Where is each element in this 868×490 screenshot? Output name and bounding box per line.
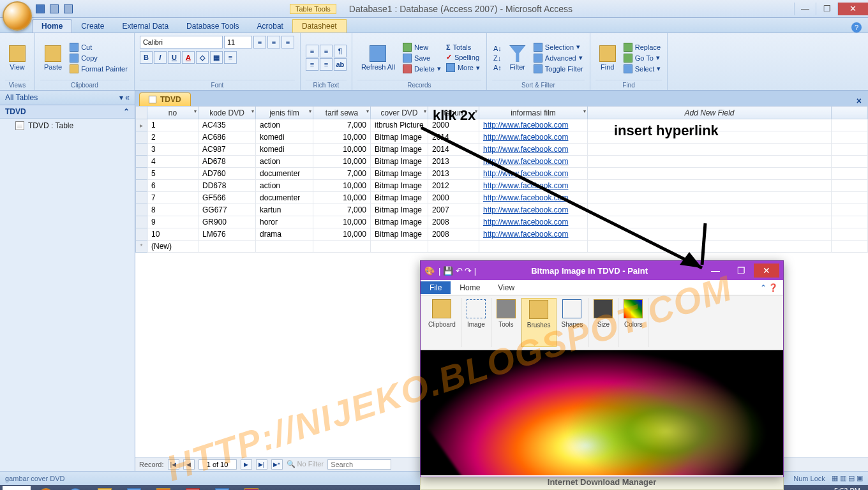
- sort-desc-button[interactable]: Z↓: [492, 54, 503, 63]
- col-header[interactable]: tarif sewa▾: [313, 107, 371, 119]
- table-row[interactable]: 2AC686komedi10,000Bitmap Image2014http:/…: [136, 131, 868, 144]
- paint-tab-file[interactable]: File: [421, 281, 451, 294]
- paint-image-group[interactable]: Image: [461, 298, 491, 347]
- select-all[interactable]: [136, 107, 147, 119]
- fill-color-button[interactable]: ◇: [196, 51, 209, 64]
- view-buttons[interactable]: ▦ ▥ ▤ ▣: [832, 474, 863, 482]
- paint-clipboard-group[interactable]: Clipboard: [423, 298, 461, 347]
- bulleted-list-button[interactable]: ≡: [306, 45, 318, 57]
- tab-home[interactable]: Home: [32, 19, 72, 33]
- office-button[interactable]: [3, 1, 32, 31]
- table-row[interactable]: 4AD678action10,000Bitmap Image2013http:/…: [136, 156, 868, 168]
- next-record-button[interactable]: ▶: [241, 459, 252, 470]
- alt-row-button[interactable]: ≡: [224, 51, 237, 64]
- clear-sort-button[interactable]: A↕: [492, 63, 503, 72]
- col-header[interactable]: no▾: [147, 107, 198, 119]
- table-row[interactable]: ▸1AC435action7,000itbrush Picture2000htt…: [136, 119, 868, 131]
- paint-maximize-button[interactable]: ❐: [728, 265, 754, 276]
- table-row[interactable]: 6DD678action10,000Bitmap Image2012http:/…: [136, 180, 868, 192]
- gridlines-button[interactable]: ▦: [210, 51, 223, 64]
- taskbar-paint[interactable]: [120, 486, 148, 490]
- record-position-input[interactable]: [198, 459, 237, 470]
- find-button[interactable]: Find: [595, 44, 620, 72]
- redo-icon[interactable]: [64, 4, 73, 13]
- paint-canvas[interactable]: [421, 350, 783, 475]
- add-field[interactable]: Add New Field: [588, 107, 832, 119]
- paint-tools-group[interactable]: Tools: [491, 298, 521, 347]
- highlight-button[interactable]: ab: [334, 58, 347, 71]
- goto-button[interactable]: Go To ▾: [622, 53, 662, 63]
- new-record-button[interactable]: New: [401, 42, 442, 52]
- col-header[interactable]: jenis film▾: [256, 107, 313, 119]
- table-row[interactable]: 3AC987komedi10,000Bitmap Image2014http:/…: [136, 144, 868, 156]
- cut-button[interactable]: Cut: [68, 42, 129, 52]
- align-left-button[interactable]: ≡: [253, 36, 266, 48]
- text-direction-button[interactable]: ¶: [334, 45, 347, 57]
- table-row[interactable]: 9GR900horor10,000Bitmap Image2008http://…: [136, 216, 868, 228]
- help-icon[interactable]: ?: [851, 22, 862, 33]
- object-tab-tdvd[interactable]: TDVD: [139, 93, 191, 106]
- nav-item-tdvd[interactable]: TDVD : Table: [0, 119, 135, 133]
- taskbar-app1[interactable]: [208, 486, 236, 490]
- paint-help-icon[interactable]: ⌃ ❓: [760, 283, 783, 292]
- refresh-all-button[interactable]: Refresh All: [357, 44, 399, 72]
- save-record-button[interactable]: Save: [401, 53, 442, 63]
- paint-shapes-group[interactable]: Shapes: [557, 298, 589, 347]
- new-record-nav-button[interactable]: ▶*: [271, 459, 283, 470]
- taskbar-firefox[interactable]: [32, 486, 60, 490]
- table-row[interactable]: 10LM676drama10,000Bitmap Image2008http:/…: [136, 228, 868, 241]
- col-header[interactable]: informasi film▾: [479, 107, 588, 119]
- bold-button[interactable]: B: [140, 51, 153, 64]
- spelling-button[interactable]: ✓ Spelling: [445, 52, 481, 62]
- font-color-button[interactable]: A: [182, 51, 195, 64]
- paint-title-bar[interactable]: 🎨 | 💾 ↶ ↷ | Bitmap Image in TDVD - Paint…: [421, 261, 783, 280]
- paint-close-button[interactable]: ✕: [754, 264, 779, 278]
- last-record-button[interactable]: ▶|: [256, 459, 267, 470]
- paint-brushes-group[interactable]: Brushes: [521, 298, 557, 347]
- undo-icon[interactable]: [50, 4, 59, 13]
- new-row[interactable]: *(New): [136, 241, 868, 253]
- selection-button[interactable]: Selection ▾: [532, 42, 585, 52]
- nav-category[interactable]: TDVD⌃: [0, 105, 135, 119]
- taskbar-explorer[interactable]: [91, 486, 119, 490]
- taskbar-access[interactable]: [237, 486, 266, 490]
- more-button[interactable]: More ▾: [445, 63, 481, 73]
- tab-create[interactable]: Create: [72, 20, 113, 33]
- paste-button[interactable]: Paste: [40, 44, 66, 72]
- totals-button[interactable]: Σ Totals: [445, 43, 481, 52]
- taskbar-ie[interactable]: [61, 486, 89, 490]
- taskbar-adobe[interactable]: [179, 486, 207, 490]
- taskbar-mediaplayer[interactable]: [149, 486, 177, 490]
- close-tab-button[interactable]: ×: [850, 96, 868, 106]
- close-button[interactable]: ✕: [837, 3, 868, 15]
- table-row[interactable]: 7GF566documenter10,000Bitmap Image2000ht…: [136, 192, 868, 204]
- table-row[interactable]: 5AD760documenter7,000Bitmap Image2013htt…: [136, 168, 868, 180]
- col-header[interactable]: tahun▾: [428, 107, 479, 119]
- sort-asc-button[interactable]: A↓: [492, 44, 503, 53]
- paint-minimize-button[interactable]: —: [703, 265, 728, 276]
- paint-tab-view[interactable]: View: [489, 281, 523, 294]
- select-button[interactable]: Select ▾: [622, 64, 662, 74]
- toggle-filter-button[interactable]: Toggle Filter: [532, 64, 585, 74]
- first-record-button[interactable]: |◀: [168, 459, 179, 470]
- col-header[interactable]: kode DVD▾: [198, 107, 256, 119]
- filter-button[interactable]: Filter: [505, 44, 530, 72]
- search-input[interactable]: [327, 459, 391, 470]
- tab-acrobat[interactable]: Acrobat: [248, 20, 292, 33]
- paint-tab-home[interactable]: Home: [451, 281, 489, 294]
- col-header[interactable]: cover DVD▾: [371, 107, 428, 119]
- minimize-button[interactable]: —: [794, 3, 816, 15]
- decrease-indent-button[interactable]: ≡: [306, 58, 318, 71]
- save-icon[interactable]: [36, 4, 45, 13]
- numbered-list-button[interactable]: ≡: [320, 45, 333, 57]
- underline-button[interactable]: U: [168, 51, 181, 64]
- copy-button[interactable]: Copy: [68, 53, 129, 63]
- view-button[interactable]: View: [5, 44, 29, 72]
- format-painter-button[interactable]: Format Painter: [68, 64, 129, 74]
- table-row[interactable]: 8GG677kartun7,000Bitmap Image2007http://…: [136, 204, 868, 216]
- font-size-select[interactable]: [224, 36, 252, 48]
- paint-size-group[interactable]: Size: [588, 298, 618, 347]
- tab-datasheet[interactable]: Datasheet: [292, 19, 347, 33]
- advanced-button[interactable]: Advanced ▾: [532, 53, 585, 63]
- prev-record-button[interactable]: ◀: [183, 459, 195, 470]
